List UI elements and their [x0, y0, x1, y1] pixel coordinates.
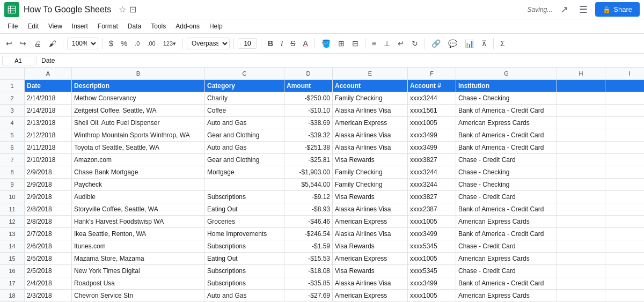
- data-cell[interactable]: Chase - Checking: [456, 166, 557, 178]
- menu-addons[interactable]: Add-ons: [171, 21, 204, 31]
- data-cell[interactable]: [557, 191, 605, 203]
- data-cell[interactable]: New York Times Digital: [72, 265, 205, 277]
- data-cell[interactable]: xxxx2387: [408, 203, 456, 215]
- header-cell[interactable]: Account #: [408, 80, 456, 92]
- data-cell[interactable]: 2/9/2018: [25, 166, 72, 178]
- data-cell[interactable]: [205, 179, 284, 190]
- data-cell[interactable]: Subscriptions: [205, 265, 284, 277]
- borders-button[interactable]: ⊞: [335, 38, 347, 49]
- print-button[interactable]: 🖨: [31, 38, 44, 49]
- data-cell[interactable]: Family Checking: [333, 92, 408, 104]
- function-button[interactable]: Σ: [497, 38, 508, 49]
- align-button[interactable]: ≡: [369, 38, 379, 49]
- row-number[interactable]: 2: [0, 92, 25, 104]
- currency-button[interactable]: $: [106, 38, 116, 49]
- data-cell[interactable]: [605, 105, 644, 116]
- strikethrough-button[interactable]: S: [288, 38, 298, 49]
- data-cell[interactable]: Zeitgeist Coffee, Seattle, WA: [72, 105, 205, 116]
- data-cell[interactable]: 2/12/2018: [25, 129, 72, 141]
- data-cell[interactable]: Itunes.com: [72, 240, 205, 252]
- data-cell[interactable]: -$246.54: [284, 228, 333, 240]
- header-cell[interactable]: [557, 80, 605, 92]
- data-cell[interactable]: [557, 203, 605, 215]
- data-cell[interactable]: 2/8/2018: [25, 216, 72, 227]
- data-cell[interactable]: Auto and Gas: [205, 117, 284, 129]
- data-cell[interactable]: xxxx1005: [408, 290, 456, 301]
- row-number[interactable]: 14: [0, 240, 25, 252]
- data-cell[interactable]: Eating Out: [205, 203, 284, 215]
- data-cell[interactable]: xxxx1005: [408, 117, 456, 129]
- data-cell[interactable]: [605, 253, 644, 264]
- data-cell[interactable]: Winthrop Mountain Sports Winthrop, WA: [72, 129, 205, 141]
- data-cell[interactable]: Mazama Store, Mazama: [72, 253, 205, 264]
- data-cell[interactable]: -$46.46: [284, 216, 333, 227]
- header-cell[interactable]: Amount: [284, 80, 333, 92]
- row-number[interactable]: 8: [0, 166, 25, 178]
- font-select[interactable]: Overpass: [187, 38, 230, 49]
- data-cell[interactable]: -$8.93: [284, 203, 333, 215]
- data-cell[interactable]: -$1,903.00: [284, 166, 333, 178]
- decimal-decrease-button[interactable]: .0: [132, 39, 142, 48]
- data-cell[interactable]: [557, 142, 605, 153]
- row-number[interactable]: 18: [0, 290, 25, 301]
- data-cell[interactable]: American Express Cards: [456, 290, 557, 301]
- data-cell[interactable]: [605, 240, 644, 252]
- data-cell[interactable]: [557, 253, 605, 264]
- row-number[interactable]: 1: [0, 80, 25, 92]
- data-cell[interactable]: [605, 154, 644, 166]
- menu-help[interactable]: Help: [205, 21, 227, 31]
- data-cell[interactable]: Eating Out: [205, 253, 284, 264]
- data-cell[interactable]: [605, 228, 644, 240]
- data-cell[interactable]: 2/4/2018: [25, 277, 72, 289]
- data-cell[interactable]: [557, 179, 605, 190]
- header-cell[interactable]: [605, 80, 644, 92]
- font-size-input[interactable]: [238, 38, 257, 49]
- data-cell[interactable]: Chase - Credit Card: [456, 265, 557, 277]
- fill-color-button[interactable]: 🪣: [319, 38, 333, 49]
- data-cell[interactable]: Bank of America - Credit Card: [456, 203, 557, 215]
- data-cell[interactable]: -$35.85: [284, 277, 333, 289]
- data-cell[interactable]: Charity: [205, 92, 284, 104]
- data-cell[interactable]: [605, 265, 644, 277]
- data-cell[interactable]: [605, 129, 644, 141]
- row-number[interactable]: 7: [0, 154, 25, 166]
- col-header-f[interactable]: F: [408, 68, 456, 79]
- data-cell[interactable]: [605, 216, 644, 227]
- row-number[interactable]: 9: [0, 179, 25, 190]
- data-cell[interactable]: -$251.38: [284, 142, 333, 153]
- chart-insert-button[interactable]: 📊: [462, 38, 477, 49]
- data-cell[interactable]: Alaska Airlines Visa: [333, 105, 408, 116]
- data-cell[interactable]: [557, 265, 605, 277]
- data-cell[interactable]: Alaska Airlines Visa: [333, 203, 408, 215]
- data-cell[interactable]: Audible: [72, 191, 205, 203]
- number-format-button[interactable]: 123▾: [160, 39, 179, 49]
- star-icon[interactable]: ☆: [119, 4, 126, 14]
- data-cell[interactable]: [605, 179, 644, 190]
- undo-button[interactable]: ↩: [3, 38, 15, 49]
- col-header-b[interactable]: B: [72, 68, 205, 79]
- row-number[interactable]: 16: [0, 265, 25, 277]
- data-cell[interactable]: [557, 290, 605, 301]
- filter-button[interactable]: ⊼: [479, 38, 489, 49]
- data-cell[interactable]: [605, 166, 644, 178]
- col-header-g[interactable]: G: [456, 68, 557, 79]
- data-cell[interactable]: xxxx3244: [408, 166, 456, 178]
- data-cell[interactable]: [605, 191, 644, 203]
- data-cell[interactable]: Chase - Credit Card: [456, 240, 557, 252]
- menu-file[interactable]: File: [3, 21, 22, 31]
- data-cell[interactable]: Groceries: [205, 216, 284, 227]
- data-cell[interactable]: Auto and Gas: [205, 290, 284, 301]
- data-cell[interactable]: [605, 142, 644, 153]
- wrap-button[interactable]: ↵: [395, 38, 407, 49]
- bold-button[interactable]: B: [265, 38, 276, 49]
- header-cell[interactable]: Account: [333, 80, 408, 92]
- data-cell[interactable]: 2/14/2018: [25, 92, 72, 104]
- comment-icon[interactable]: ☰: [576, 2, 591, 17]
- data-cell[interactable]: xxxx1005: [408, 216, 456, 227]
- data-cell[interactable]: Chase Bank Mortgage: [72, 166, 205, 178]
- data-cell[interactable]: -$1.59: [284, 240, 333, 252]
- data-cell[interactable]: Bank of America - Credit Card: [456, 277, 557, 289]
- data-cell[interactable]: [557, 129, 605, 141]
- data-cell[interactable]: 2/5/2018: [25, 265, 72, 277]
- menu-tools[interactable]: Tools: [147, 21, 170, 31]
